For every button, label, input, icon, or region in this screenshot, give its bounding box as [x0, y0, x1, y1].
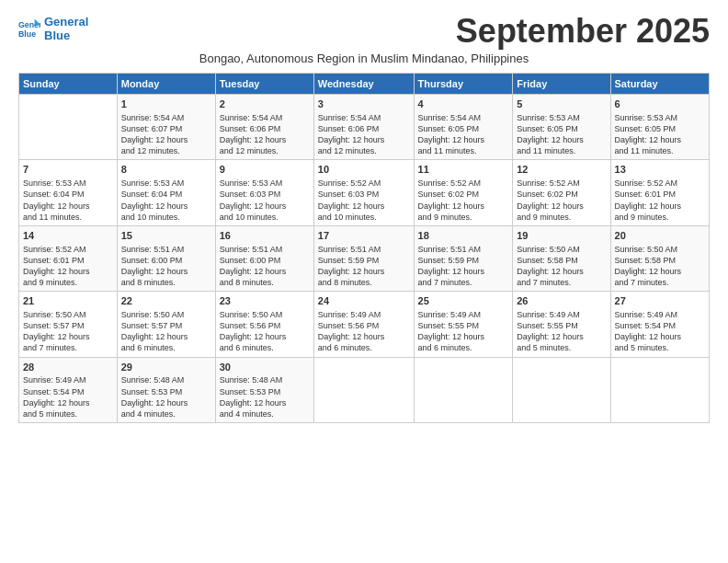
col-monday: Monday	[117, 74, 215, 95]
day-info: Sunrise: 5:54 AM Sunset: 6:06 PM Dayligh…	[318, 112, 410, 157]
day-info: Sunrise: 5:49 AM Sunset: 5:54 PM Dayligh…	[23, 374, 113, 419]
day-number: 14	[23, 229, 113, 243]
day-info: Sunrise: 5:51 AM Sunset: 5:59 PM Dayligh…	[318, 244, 410, 289]
day-number: 4	[418, 98, 509, 111]
table-row	[610, 357, 709, 422]
logo: General Blue General Blue	[18, 15, 88, 42]
table-row: 22Sunrise: 5:50 AM Sunset: 5:57 PM Dayli…	[117, 292, 215, 357]
day-info: Sunrise: 5:51 AM Sunset: 5:59 PM Dayligh…	[418, 244, 509, 289]
day-info: Sunrise: 5:49 AM Sunset: 5:56 PM Dayligh…	[318, 309, 410, 354]
day-number: 12	[517, 163, 606, 177]
table-row: 17Sunrise: 5:51 AM Sunset: 5:59 PM Dayli…	[313, 225, 414, 291]
col-sunday: Sunday	[19, 74, 118, 95]
day-info: Sunrise: 5:53 AM Sunset: 6:04 PM Dayligh…	[121, 178, 211, 223]
day-number: 9	[220, 163, 310, 177]
day-info: Sunrise: 5:52 AM Sunset: 6:02 PM Dayligh…	[418, 178, 509, 223]
day-info: Sunrise: 5:48 AM Sunset: 5:53 PM Dayligh…	[121, 374, 211, 419]
header: General Blue General Blue September 2025	[18, 15, 710, 48]
logo-icon: General Blue	[18, 17, 40, 40]
day-number: 23	[220, 294, 310, 308]
day-info: Sunrise: 5:49 AM Sunset: 5:55 PM Dayligh…	[418, 309, 509, 354]
day-info: Sunrise: 5:53 AM Sunset: 6:03 PM Dayligh…	[220, 178, 310, 223]
day-info: Sunrise: 5:53 AM Sunset: 6:05 PM Dayligh…	[517, 112, 606, 157]
day-info: Sunrise: 5:50 AM Sunset: 5:58 PM Dayligh…	[517, 244, 606, 289]
table-row: 6Sunrise: 5:53 AM Sunset: 6:05 PM Daylig…	[610, 95, 709, 160]
table-row: 1Sunrise: 5:54 AM Sunset: 6:07 PM Daylig…	[117, 95, 215, 160]
subtitle: Bongao, Autonomous Region in Muslim Mind…	[18, 52, 710, 65]
calendar-header-row: Sunday Monday Tuesday Wednesday Thursday…	[19, 74, 710, 95]
day-number: 29	[121, 361, 211, 374]
day-info: Sunrise: 5:50 AM Sunset: 5:56 PM Dayligh…	[220, 309, 310, 354]
table-row: 27Sunrise: 5:49 AM Sunset: 5:54 PM Dayli…	[610, 292, 709, 357]
day-info: Sunrise: 5:54 AM Sunset: 6:05 PM Dayligh…	[418, 112, 509, 157]
table-row: 25Sunrise: 5:49 AM Sunset: 5:55 PM Dayli…	[414, 292, 513, 357]
table-row: 14Sunrise: 5:52 AM Sunset: 6:01 PM Dayli…	[19, 225, 118, 291]
table-row: 8Sunrise: 5:53 AM Sunset: 6:04 PM Daylig…	[117, 160, 215, 225]
day-number: 18	[418, 229, 509, 243]
day-number: 21	[23, 294, 113, 308]
calendar: Sunday Monday Tuesday Wednesday Thursday…	[18, 73, 710, 423]
table-row: 28Sunrise: 5:49 AM Sunset: 5:54 PM Dayli…	[19, 357, 118, 422]
day-number: 8	[121, 163, 211, 177]
table-row: 23Sunrise: 5:50 AM Sunset: 5:56 PM Dayli…	[215, 292, 313, 357]
col-saturday: Saturday	[610, 74, 709, 95]
table-row: 13Sunrise: 5:52 AM Sunset: 6:01 PM Dayli…	[610, 160, 709, 225]
day-info: Sunrise: 5:50 AM Sunset: 5:58 PM Dayligh…	[615, 244, 705, 289]
day-number: 11	[418, 163, 509, 177]
table-row: 11Sunrise: 5:52 AM Sunset: 6:02 PM Dayli…	[414, 160, 513, 225]
table-row: 5Sunrise: 5:53 AM Sunset: 6:05 PM Daylig…	[513, 95, 610, 160]
calendar-week-row: 1Sunrise: 5:54 AM Sunset: 6:07 PM Daylig…	[19, 95, 710, 160]
day-number: 20	[615, 229, 705, 243]
col-friday: Friday	[513, 74, 610, 95]
day-number: 15	[121, 229, 211, 243]
day-info: Sunrise: 5:52 AM Sunset: 6:01 PM Dayligh…	[615, 178, 705, 223]
table-row: 3Sunrise: 5:54 AM Sunset: 6:06 PM Daylig…	[313, 95, 414, 160]
calendar-week-row: 7Sunrise: 5:53 AM Sunset: 6:04 PM Daylig…	[19, 160, 710, 225]
day-info: Sunrise: 5:52 AM Sunset: 6:02 PM Dayligh…	[517, 178, 606, 223]
table-row	[513, 357, 610, 422]
calendar-week-row: 28Sunrise: 5:49 AM Sunset: 5:54 PM Dayli…	[19, 357, 710, 422]
table-row: 26Sunrise: 5:49 AM Sunset: 5:55 PM Dayli…	[513, 292, 610, 357]
table-row	[19, 95, 118, 160]
day-info: Sunrise: 5:51 AM Sunset: 6:00 PM Dayligh…	[220, 244, 310, 289]
table-row: 16Sunrise: 5:51 AM Sunset: 6:00 PM Dayli…	[215, 225, 313, 291]
day-info: Sunrise: 5:50 AM Sunset: 5:57 PM Dayligh…	[23, 309, 113, 354]
table-row: 12Sunrise: 5:52 AM Sunset: 6:02 PM Dayli…	[513, 160, 610, 225]
day-info: Sunrise: 5:53 AM Sunset: 6:04 PM Dayligh…	[23, 178, 113, 223]
table-row	[414, 357, 513, 422]
table-row: 7Sunrise: 5:53 AM Sunset: 6:04 PM Daylig…	[19, 160, 118, 225]
day-info: Sunrise: 5:52 AM Sunset: 6:01 PM Dayligh…	[23, 244, 113, 289]
logo-text: General Blue	[44, 15, 88, 42]
day-number: 7	[23, 163, 113, 177]
day-info: Sunrise: 5:54 AM Sunset: 6:06 PM Dayligh…	[220, 112, 310, 157]
col-thursday: Thursday	[414, 74, 513, 95]
table-row: 9Sunrise: 5:53 AM Sunset: 6:03 PM Daylig…	[215, 160, 313, 225]
table-row: 30Sunrise: 5:48 AM Sunset: 5:53 PM Dayli…	[215, 357, 313, 422]
calendar-week-row: 21Sunrise: 5:50 AM Sunset: 5:57 PM Dayli…	[19, 292, 710, 357]
day-info: Sunrise: 5:51 AM Sunset: 6:00 PM Dayligh…	[121, 244, 211, 289]
table-row: 29Sunrise: 5:48 AM Sunset: 5:53 PM Dayli…	[117, 357, 215, 422]
table-row: 24Sunrise: 5:49 AM Sunset: 5:56 PM Dayli…	[313, 292, 414, 357]
day-number: 24	[318, 294, 410, 308]
table-row: 21Sunrise: 5:50 AM Sunset: 5:57 PM Dayli…	[19, 292, 118, 357]
day-info: Sunrise: 5:54 AM Sunset: 6:07 PM Dayligh…	[121, 112, 211, 157]
day-number: 5	[517, 98, 606, 111]
day-info: Sunrise: 5:52 AM Sunset: 6:03 PM Dayligh…	[318, 178, 410, 223]
day-number: 28	[23, 361, 113, 374]
table-row: 19Sunrise: 5:50 AM Sunset: 5:58 PM Dayli…	[513, 225, 610, 291]
day-number: 19	[517, 229, 606, 243]
month-title: September 2025	[456, 15, 710, 48]
day-number: 3	[318, 98, 410, 111]
table-row	[313, 357, 414, 422]
day-info: Sunrise: 5:50 AM Sunset: 5:57 PM Dayligh…	[121, 309, 211, 354]
table-row: 10Sunrise: 5:52 AM Sunset: 6:03 PM Dayli…	[313, 160, 414, 225]
day-number: 30	[220, 361, 310, 374]
table-row: 15Sunrise: 5:51 AM Sunset: 6:00 PM Dayli…	[117, 225, 215, 291]
day-number: 16	[220, 229, 310, 243]
day-number: 2	[220, 98, 310, 111]
col-wednesday: Wednesday	[313, 74, 414, 95]
day-info: Sunrise: 5:48 AM Sunset: 5:53 PM Dayligh…	[220, 374, 310, 419]
col-tuesday: Tuesday	[215, 74, 313, 95]
day-number: 17	[318, 229, 410, 243]
calendar-week-row: 14Sunrise: 5:52 AM Sunset: 6:01 PM Dayli…	[19, 225, 710, 291]
